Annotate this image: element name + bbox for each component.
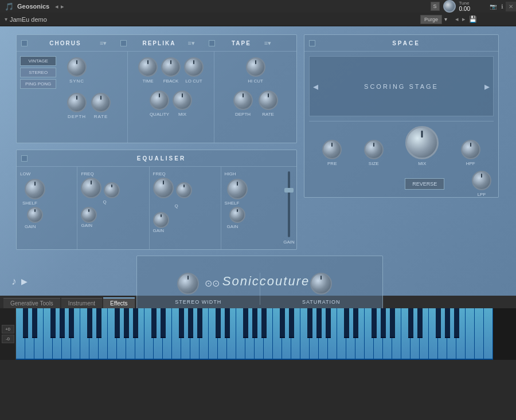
eq-low-gain-knob[interactable] <box>27 207 43 223</box>
black-key[interactable] <box>390 308 395 338</box>
eq-mid2-gain-knob[interactable] <box>153 212 169 228</box>
black-key[interactable] <box>381 308 386 338</box>
tape-enable-checkbox[interactable] <box>209 40 215 46</box>
black-key[interactable] <box>96 308 101 338</box>
chorus-tab-pingpong[interactable]: PING PONG <box>20 79 56 89</box>
preset-prev[interactable]: ◂ <box>455 15 459 23</box>
black-key[interactable] <box>316 308 322 338</box>
eq-high-gain-knob[interactable] <box>229 207 245 223</box>
black-key[interactable] <box>408 308 413 338</box>
save-icon[interactable]: 💾 <box>469 15 477 23</box>
black-key[interactable] <box>417 308 423 338</box>
reverse-button[interactable]: REVERSE <box>405 178 444 190</box>
black-key[interactable] <box>280 308 285 338</box>
eq-fader-thumb[interactable] <box>284 188 294 193</box>
music-note-icon[interactable]: ♪ <box>11 276 17 288</box>
black-key[interactable] <box>179 308 184 338</box>
black-key[interactable] <box>353 308 358 338</box>
replika-menu-icon[interactable]: ≡▾ <box>187 40 194 47</box>
chorus-rate-knob[interactable] <box>91 93 111 112</box>
pre-knob[interactable] <box>322 140 342 159</box>
tape-depth-knob[interactable] <box>233 91 253 110</box>
pitch-up-btn[interactable]: +0 <box>2 325 14 333</box>
black-key[interactable] <box>307 308 312 338</box>
replika-enable-checkbox[interactable] <box>120 40 127 46</box>
space-arrow-left[interactable]: ◂ <box>313 80 318 93</box>
black-key[interactable] <box>124 308 129 338</box>
eq-mid1-gain-knob[interactable] <box>81 207 97 223</box>
black-key[interactable] <box>69 308 74 338</box>
black-key[interactable] <box>243 308 248 338</box>
white-key[interactable] <box>475 308 484 360</box>
chorus-menu-icon[interactable]: ≡▾ <box>100 40 107 47</box>
black-key[interactable] <box>115 308 120 338</box>
next-btn[interactable]: ▸ <box>61 3 64 10</box>
chorus-depth-knob[interactable] <box>67 93 87 112</box>
black-key[interactable] <box>252 308 257 338</box>
camera-icon[interactable]: 📷 <box>487 2 499 11</box>
black-key[interactable] <box>326 308 331 338</box>
white-key[interactable] <box>484 308 493 360</box>
preset-name: JamEu demo <box>10 16 455 23</box>
tape-rate-knob[interactable] <box>259 91 278 110</box>
eq-mid1-q-knob[interactable] <box>104 182 120 198</box>
tape-rate-label: RATE <box>262 112 274 117</box>
play-icon[interactable]: ▶ <box>21 277 28 286</box>
black-key[interactable] <box>60 308 65 338</box>
chorus-sync-knob[interactable] <box>67 57 87 77</box>
black-key[interactable] <box>50 308 56 338</box>
black-key[interactable] <box>372 308 377 338</box>
black-key[interactable] <box>445 308 450 338</box>
chorus-enable-checkbox[interactable] <box>21 40 28 46</box>
tune-knob[interactable] <box>443 0 456 13</box>
black-key[interactable] <box>344 308 349 338</box>
black-key[interactable] <box>133 308 138 338</box>
eq-mid2-q-knob[interactable] <box>176 182 192 198</box>
eq-mid1-freq-knob[interactable] <box>81 178 101 198</box>
black-key[interactable] <box>87 308 92 338</box>
hicut-knob[interactable] <box>246 57 265 77</box>
black-key[interactable] <box>188 308 193 338</box>
info-icon[interactable]: ℹ <box>499 2 506 11</box>
chorus-tab-stereo[interactable]: STEREO <box>20 68 56 77</box>
space-arrow-right[interactable]: ▸ <box>484 80 490 93</box>
prev-btn[interactable]: ◂ <box>55 3 58 10</box>
space-enable-checkbox[interactable] <box>309 40 315 46</box>
tab-generative-tools[interactable]: Generative Tools <box>3 298 60 308</box>
close-btn[interactable]: ✕ <box>506 2 516 11</box>
eq-enable-checkbox[interactable] <box>21 155 28 162</box>
black-key[interactable] <box>23 308 28 338</box>
black-key[interactable] <box>197 308 202 338</box>
lpf-knob[interactable] <box>472 171 491 190</box>
eq-low-main-knob[interactable] <box>25 179 45 199</box>
locut-knob[interactable] <box>184 57 204 77</box>
black-key[interactable] <box>261 308 267 338</box>
white-key[interactable] <box>466 308 475 360</box>
black-key[interactable] <box>161 308 166 338</box>
pitch-down-btn[interactable]: -0 <box>2 335 14 343</box>
eq-mid2-freq-knob[interactable] <box>153 178 174 198</box>
black-key[interactable] <box>289 308 294 338</box>
replika-time-knob[interactable] <box>138 57 158 77</box>
s-button[interactable]: S <box>431 2 440 11</box>
size-knob[interactable] <box>364 140 384 159</box>
preset-next[interactable]: ▸ <box>462 15 466 23</box>
tab-effects[interactable]: Effects <box>103 297 134 308</box>
replika-fback-knob[interactable] <box>161 57 181 77</box>
eq-high-main-knob[interactable] <box>227 179 248 199</box>
black-key[interactable] <box>436 308 441 338</box>
space-mix-knob[interactable] <box>405 126 439 159</box>
quality-knob[interactable] <box>150 91 169 110</box>
tab-instrument[interactable]: Instrument <box>61 298 102 308</box>
black-key[interactable] <box>225 308 230 338</box>
purge-dropdown[interactable]: ▾ <box>444 16 447 22</box>
tape-menu-icon[interactable]: ≡▾ <box>264 40 271 47</box>
black-key[interactable] <box>454 308 459 338</box>
black-key[interactable] <box>151 308 157 338</box>
black-key[interactable] <box>32 308 37 338</box>
black-key[interactable] <box>216 308 221 338</box>
hpf-knob[interactable] <box>461 140 480 159</box>
purge-button[interactable]: Purge <box>420 15 442 24</box>
replika-mix-knob[interactable] <box>173 91 192 110</box>
chorus-tab-vintage[interactable]: VINTAGE <box>20 56 56 66</box>
